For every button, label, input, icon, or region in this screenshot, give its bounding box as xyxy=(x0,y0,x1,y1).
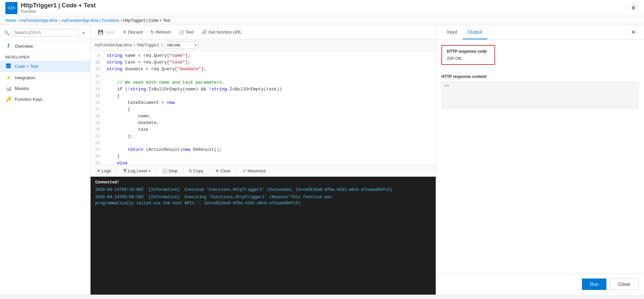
trigger-name: HttpTrigger1 xyxy=(137,43,159,47)
sidebar-search-area: 🔍 « xyxy=(0,25,90,40)
close-button[interactable]: Close xyxy=(610,279,639,290)
sidebar: 🔍 « f Overview Developer </> Code + Test… xyxy=(0,25,91,295)
test-button[interactable]: ⬜ Test xyxy=(175,28,197,36)
breadcrumb-current: HttpTrigger1 | Code + Test xyxy=(123,18,170,23)
maximize-button[interactable]: ⤢ Maximize xyxy=(240,167,268,174)
logs-toggle-button[interactable]: ▼ Logs xyxy=(95,167,113,174)
code-line: 12 xyxy=(91,73,436,79)
code-line: 16 taskDocument = new xyxy=(91,99,436,106)
sidebar-item-integration[interactable]: ⚡ Integration xyxy=(0,72,90,83)
monitor-icon: 📊 xyxy=(5,86,11,91)
page-subtitle: Function xyxy=(21,9,96,14)
app-name: myFunctionApp-dma xyxy=(95,43,132,47)
http-content-section: HTTP response content "" xyxy=(441,74,639,109)
http-content-label: HTTP response content xyxy=(441,74,639,79)
right-panel-content: HTTP response code 200 OK HTTP response … xyxy=(436,40,644,273)
http-response-code-value: 200 OK xyxy=(447,56,490,61)
integration-icon: ⚡ xyxy=(5,75,11,80)
code-line: 11 string duedate = req.Query["duedate"]… xyxy=(91,66,436,73)
code-line: 19 duedate, xyxy=(91,120,436,126)
code-line: 23 return (ActionResult)new OkResult(); xyxy=(91,146,436,153)
app-icon: </> xyxy=(5,2,17,14)
tab-input[interactable]: Input xyxy=(441,25,463,39)
log-sep-4 xyxy=(209,168,210,174)
chevron-down-icon: ▼ xyxy=(97,169,100,173)
log-area: Connected! 2020-04-14T05:10:00Z [Informa… xyxy=(91,177,436,295)
log-sep-3 xyxy=(183,168,183,174)
main-layout: 🔍 « f Overview Developer </> Code + Test… xyxy=(0,25,644,295)
breadcrumb-app[interactable]: myFunctionApp-dma xyxy=(20,18,57,23)
code-line: 15 { xyxy=(91,93,436,99)
log-entry-2: 2020-04-14T05:09:59Z [Information] Execu… xyxy=(95,194,431,206)
svg-text:</>: </> xyxy=(6,65,11,68)
log-sep-1 xyxy=(117,168,117,174)
log-connected-status: Connected! xyxy=(95,180,431,185)
sidebar-item-code-test[interactable]: </> Code + Test xyxy=(0,60,90,72)
keys-icon: 🔑 xyxy=(5,96,11,102)
breadcrumb: Home › myFunctionApp-dma › myFunctionApp… xyxy=(0,16,644,25)
chevron-down-icon-2: ▾ xyxy=(149,169,150,173)
log-level-button[interactable]: ⚗ Log Level ▾ xyxy=(120,167,152,174)
code-line: 13 // We need both name and task paramet… xyxy=(91,79,436,86)
overview-icon: f xyxy=(5,43,11,49)
http-content-area: "" xyxy=(441,82,639,109)
code-line: 17 { xyxy=(91,106,436,113)
get-function-url-button[interactable]: 🔗 Get function URL xyxy=(198,28,245,36)
search-input[interactable] xyxy=(11,29,79,37)
log-toolbar: ▼ Logs ⚗ Log Level ▾ ⬜ Stop ⎘ Copy ✕ xyxy=(91,165,436,177)
log-entry-1: 2020-04-14T05:10:00Z [Information] Execu… xyxy=(95,187,431,193)
file-select-wrapper: run.csx function.json xyxy=(164,41,199,49)
maximize-icon: ⤢ xyxy=(243,168,246,173)
right-panel-footer: Run Close xyxy=(436,273,644,295)
sidebar-item-label-integration: Integration xyxy=(15,75,35,80)
breadcrumb-functions[interactable]: myFunctionApp-dma | Functions xyxy=(61,18,119,23)
code-line: 21 }; xyxy=(91,133,436,140)
search-icon: 🔍 xyxy=(4,30,9,35)
sidebar-item-label-monitor: Monitor xyxy=(15,86,29,91)
stop-icon: ⬜ xyxy=(162,168,167,173)
sidebar-collapse-button[interactable]: « xyxy=(81,29,86,36)
close-panel-button[interactable]: ✕ xyxy=(628,27,639,37)
save-button[interactable]: 💾 Save xyxy=(95,28,118,36)
title-area: </> HttpTrigger1 | Code + Test Function xyxy=(5,2,96,14)
log-sep-2 xyxy=(156,168,156,174)
code-line: 22 xyxy=(91,140,436,146)
sidebar-item-label-function-keys: Function Keys xyxy=(15,97,42,102)
refresh-icon: ↻ xyxy=(151,30,154,35)
sidebar-item-label-overview: Overview xyxy=(15,44,33,49)
code-line: 24 } xyxy=(91,153,436,160)
tabs-inner: Input Output xyxy=(441,25,487,39)
code-line: 14 if (!string.IsNullOrEmpty(name) && !s… xyxy=(91,86,436,93)
discard-button[interactable]: ✕ Discard xyxy=(119,28,146,36)
run-button[interactable]: Run xyxy=(582,279,607,290)
tab-output[interactable]: Output xyxy=(463,25,487,39)
sidebar-item-monitor[interactable]: 📊 Monitor xyxy=(0,83,90,94)
copy-icon: ⎘ xyxy=(189,168,192,173)
code-line: 18 name, xyxy=(91,113,436,120)
test-icon: ⬜ xyxy=(179,30,184,35)
clear-button[interactable]: ✕ Clear xyxy=(213,167,233,174)
title-block: HttpTrigger1 | Code + Test Function xyxy=(21,2,96,14)
code-editor[interactable]: 9 string name = req.Query["name"]; 10 st… xyxy=(91,51,436,165)
file-path-bar: myFunctionApp-dma \ HttpTrigger1 \ run.c… xyxy=(91,39,436,51)
breadcrumb-home[interactable]: Home xyxy=(5,18,16,23)
content-area: 💾 Save ✕ Discard ↻ Refresh ⬜ Test 🔗 Get … xyxy=(91,25,436,295)
top-close-button[interactable]: ✕ xyxy=(628,3,639,13)
code-line: 25 else xyxy=(91,160,436,165)
stop-button[interactable]: ⬜ Stop xyxy=(160,167,180,174)
sidebar-item-function-keys[interactable]: 🔑 Function Keys xyxy=(0,94,90,104)
link-icon: 🔗 xyxy=(202,30,207,35)
sidebar-item-label-code-test: Code + Test xyxy=(15,64,38,69)
copy-button[interactable]: ⎘ Copy xyxy=(187,167,206,174)
code-line: 20 task xyxy=(91,126,436,133)
code-line: 10 string task = req.Query["task"]; xyxy=(91,59,436,66)
save-icon: 💾 xyxy=(98,30,103,35)
code-line: 9 string name = req.Query["name"]; xyxy=(91,52,436,59)
developer-section-label: Developer xyxy=(0,52,90,60)
refresh-button[interactable]: ↻ Refresh xyxy=(147,28,174,36)
clear-icon: ✕ xyxy=(215,168,219,173)
log-sep-5 xyxy=(236,168,237,174)
right-panel-tabs: Input Output ✕ xyxy=(436,25,644,40)
sidebar-item-overview[interactable]: f Overview xyxy=(0,40,90,52)
file-select[interactable]: run.csx function.json xyxy=(164,41,199,49)
